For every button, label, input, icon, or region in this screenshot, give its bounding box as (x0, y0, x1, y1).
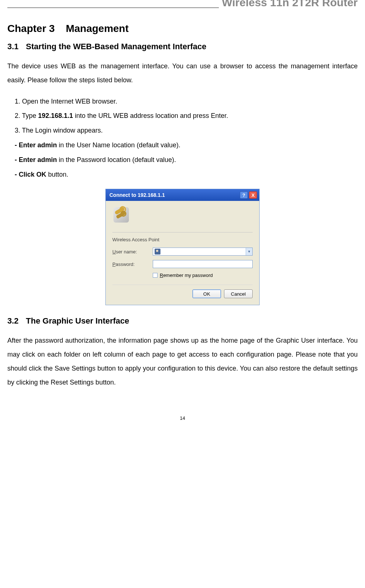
section-3-2-title: The Graphic User Interface (26, 316, 129, 325)
cancel-button[interactable]: Cancel (224, 289, 253, 298)
header-title: Wireless 11n 2T2R Router (219, 0, 358, 9)
password-label: Password: (112, 261, 153, 267)
username-input[interactable]: ▼ (153, 248, 253, 256)
section-3-1-heading: 3.1Starting the WEB-Based Management Int… (7, 42, 358, 51)
wap-label: Wireless Access Point (112, 237, 253, 242)
chapter-number: Chapter 3 (7, 23, 55, 34)
chapter-title: Management (66, 23, 129, 34)
user-icon (155, 249, 160, 255)
close-icon[interactable]: X (249, 191, 257, 199)
keys-icon (112, 206, 130, 224)
step-6: - Click OK button. (15, 168, 358, 182)
remember-label: Remember my password (160, 273, 213, 278)
step-4: - Enter admin in the User Name location … (15, 138, 358, 152)
section-3-2-number: 3.2 (7, 316, 19, 325)
help-icon[interactable]: ? (240, 191, 248, 199)
chevron-down-icon[interactable]: ▼ (246, 248, 252, 255)
password-input[interactable] (153, 260, 253, 268)
section-3-1-para: The device uses WEB as the management in… (7, 59, 358, 87)
section-3-2-heading: 3.2The Graphic User Interface (7, 316, 358, 326)
remember-checkbox[interactable] (153, 273, 158, 278)
section-3-2-para: After the password authorization, the in… (7, 334, 358, 389)
step-2: 2. Type 192.168.1.1 into the URL WEB add… (15, 109, 358, 123)
section-3-1-number: 3.1 (7, 42, 19, 51)
ok-button[interactable]: OK (192, 289, 221, 298)
step-3: 3. The Login window appears. (15, 124, 358, 138)
step-1: 1. Open the Internet WEB browser. (15, 95, 358, 109)
chapter-heading: Chapter 3Management (7, 23, 358, 35)
login-dialog: Connect to 192.168.1.1 ? X (105, 189, 260, 305)
dialog-title-text: Connect to 192.168.1.1 (109, 192, 165, 198)
step-5: - Enter admin in the Password location (… (15, 153, 358, 167)
username-label: User name: (112, 249, 153, 255)
dialog-titlebar: Connect to 192.168.1.1 ? X (106, 189, 259, 201)
section-3-1-title: Starting the WEB-Based Management Interf… (26, 42, 206, 51)
page-number: 14 (0, 404, 365, 428)
